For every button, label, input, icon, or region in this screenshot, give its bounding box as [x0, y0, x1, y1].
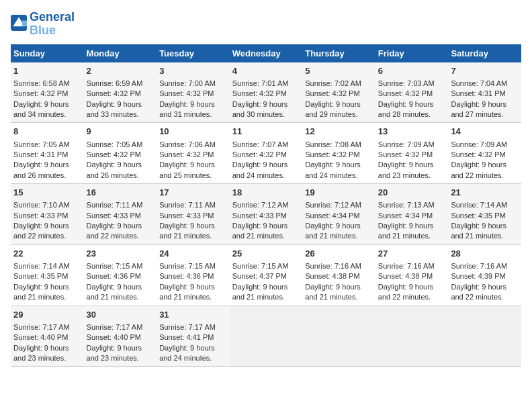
calendar-week-row: 22 Sunrise: 7:14 AM Sunset: 4:35 PM Dayl…	[11, 244, 521, 306]
daylight-label: Daylight: 9 hours and 22 minutes.	[451, 283, 506, 301]
sunrise-label: Sunrise: 7:12 AM	[305, 201, 361, 209]
sunrise-label: Sunrise: 6:58 AM	[13, 79, 70, 87]
sunset-label: Sunset: 4:32 PM	[87, 89, 141, 97]
sunrise-label: Sunrise: 7:00 AM	[159, 79, 216, 87]
svg-marker-2	[22, 20, 27, 26]
day-number: 17	[159, 187, 227, 199]
day-number: 24	[159, 248, 227, 260]
calendar-cell: 17 Sunrise: 7:11 AM Sunset: 4:33 PM Dayl…	[157, 184, 230, 245]
weekday-header-monday: Monday	[84, 44, 157, 62]
daylight-label: Daylight: 9 hours and 23 minutes.	[87, 344, 142, 362]
sunrise-label: Sunrise: 7:09 AM	[378, 140, 435, 148]
daylight-label: Daylight: 9 hours and 21 minutes.	[305, 222, 361, 240]
sunset-label: Sunset: 4:34 PM	[378, 212, 433, 220]
sunrise-label: Sunrise: 7:16 AM	[305, 262, 361, 270]
day-number: 12	[305, 126, 373, 138]
sunrise-label: Sunrise: 7:03 AM	[378, 79, 435, 87]
daylight-label: Daylight: 9 hours and 21 minutes.	[159, 283, 215, 301]
sunrise-label: Sunrise: 6:59 AM	[87, 79, 143, 87]
calendar-cell: 8 Sunrise: 7:05 AM Sunset: 4:31 PM Dayli…	[11, 123, 84, 184]
calendar-cell: 5 Sunrise: 7:02 AM Sunset: 4:32 PM Dayli…	[302, 62, 375, 123]
weekday-header-sunday: Sunday	[11, 44, 84, 62]
sunset-label: Sunset: 4:31 PM	[451, 89, 505, 97]
sunrise-label: Sunrise: 7:05 AM	[87, 140, 143, 148]
sunset-label: Sunset: 4:38 PM	[305, 272, 359, 280]
calendar-cell: 30 Sunrise: 7:17 AM Sunset: 4:40 PM Dayl…	[84, 306, 157, 367]
daylight-label: Daylight: 9 hours and 28 minutes.	[378, 100, 434, 118]
daylight-label: Daylight: 9 hours and 22 minutes.	[451, 161, 506, 179]
weekday-header-row: SundayMondayTuesdayWednesdayThursdayFrid…	[11, 44, 521, 62]
day-number: 2	[87, 65, 154, 77]
calendar-cell: 18 Sunrise: 7:12 AM Sunset: 4:33 PM Dayl…	[230, 184, 303, 245]
daylight-label: Daylight: 9 hours and 21 minutes.	[159, 222, 215, 240]
day-number: 27	[378, 248, 446, 260]
calendar-cell: 31 Sunrise: 7:17 AM Sunset: 4:41 PM Dayl…	[157, 306, 230, 367]
sunset-label: Sunset: 4:39 PM	[451, 272, 505, 280]
daylight-label: Daylight: 9 hours and 24 minutes.	[232, 161, 288, 179]
sunrise-label: Sunrise: 7:04 AM	[451, 79, 507, 87]
sunset-label: Sunset: 4:32 PM	[451, 150, 505, 158]
sunset-label: Sunset: 4:38 PM	[378, 272, 433, 280]
sunset-label: Sunset: 4:33 PM	[87, 212, 141, 220]
day-number: 20	[378, 187, 446, 199]
sunrise-label: Sunrise: 7:16 AM	[451, 262, 507, 270]
sunset-label: Sunset: 4:40 PM	[87, 333, 141, 341]
calendar-week-row: 8 Sunrise: 7:05 AM Sunset: 4:31 PM Dayli…	[11, 123, 521, 184]
calendar-cell: 14 Sunrise: 7:09 AM Sunset: 4:32 PM Dayl…	[448, 123, 521, 184]
sunset-label: Sunset: 4:32 PM	[232, 150, 287, 158]
daylight-label: Daylight: 9 hours and 23 minutes.	[13, 344, 69, 362]
daylight-label: Daylight: 9 hours and 21 minutes.	[232, 222, 288, 240]
sunrise-label: Sunrise: 7:17 AM	[159, 323, 216, 331]
calendar-cell: 7 Sunrise: 7:04 AM Sunset: 4:31 PM Dayli…	[448, 62, 521, 123]
day-number: 25	[232, 248, 300, 260]
logo: General Blue	[11, 11, 75, 38]
calendar-cell: 6 Sunrise: 7:03 AM Sunset: 4:32 PM Dayli…	[375, 62, 449, 123]
sunrise-label: Sunrise: 7:05 AM	[13, 140, 70, 148]
daylight-label: Daylight: 9 hours and 22 minutes.	[378, 283, 434, 301]
day-number: 3	[159, 65, 227, 77]
calendar-cell: 9 Sunrise: 7:05 AM Sunset: 4:32 PM Dayli…	[84, 123, 157, 184]
sunset-label: Sunset: 4:32 PM	[305, 150, 359, 158]
day-number: 15	[13, 187, 81, 199]
sunrise-label: Sunrise: 7:15 AM	[159, 262, 216, 270]
daylight-label: Daylight: 9 hours and 24 minutes.	[305, 161, 361, 179]
calendar-cell: 4 Sunrise: 7:01 AM Sunset: 4:32 PM Dayli…	[230, 62, 303, 123]
sunrise-label: Sunrise: 7:10 AM	[13, 201, 70, 209]
day-number: 5	[305, 65, 373, 77]
day-number: 30	[87, 309, 154, 321]
daylight-label: Daylight: 9 hours and 26 minutes.	[13, 161, 69, 179]
calendar-cell: 16 Sunrise: 7:11 AM Sunset: 4:33 PM Dayl…	[84, 184, 157, 245]
calendar-cell: 26 Sunrise: 7:16 AM Sunset: 4:38 PM Dayl…	[302, 244, 375, 306]
sunset-label: Sunset: 4:33 PM	[159, 212, 214, 220]
sunset-label: Sunset: 4:41 PM	[159, 333, 214, 341]
calendar-cell: 11 Sunrise: 7:07 AM Sunset: 4:32 PM Dayl…	[230, 123, 303, 184]
sunrise-label: Sunrise: 7:17 AM	[13, 323, 70, 331]
logo-text: General Blue	[30, 11, 75, 38]
sunrise-label: Sunrise: 7:01 AM	[232, 79, 289, 87]
calendar-cell	[448, 306, 521, 367]
calendar-week-row: 1 Sunrise: 6:58 AM Sunset: 4:32 PM Dayli…	[11, 62, 521, 123]
sunset-label: Sunset: 4:32 PM	[305, 89, 359, 97]
sunrise-label: Sunrise: 7:02 AM	[305, 79, 361, 87]
calendar-cell: 1 Sunrise: 6:58 AM Sunset: 4:32 PM Dayli…	[11, 62, 84, 123]
day-number: 1	[13, 65, 81, 77]
calendar-cell: 28 Sunrise: 7:16 AM Sunset: 4:39 PM Dayl…	[448, 244, 521, 306]
day-number: 22	[13, 248, 81, 260]
sunset-label: Sunset: 4:33 PM	[232, 212, 287, 220]
logo-icon	[11, 15, 27, 31]
calendar-cell: 21 Sunrise: 7:14 AM Sunset: 4:35 PM Dayl…	[448, 184, 521, 245]
sunrise-label: Sunrise: 7:14 AM	[451, 201, 507, 209]
sunrise-label: Sunrise: 7:16 AM	[378, 262, 435, 270]
day-number: 23	[87, 248, 154, 260]
sunset-label: Sunset: 4:32 PM	[378, 89, 433, 97]
sunset-label: Sunset: 4:32 PM	[13, 89, 68, 97]
calendar-table: SundayMondayTuesdayWednesdayThursdayFrid…	[11, 44, 521, 367]
sunset-label: Sunset: 4:36 PM	[159, 272, 214, 280]
sunset-label: Sunset: 4:40 PM	[13, 333, 68, 341]
sunrise-label: Sunrise: 7:17 AM	[87, 323, 143, 331]
sunrise-label: Sunrise: 7:08 AM	[305, 140, 361, 148]
day-number: 31	[159, 309, 227, 321]
sunrise-label: Sunrise: 7:11 AM	[87, 201, 143, 209]
daylight-label: Daylight: 9 hours and 21 minutes.	[13, 283, 69, 301]
daylight-label: Daylight: 9 hours and 29 minutes.	[305, 100, 361, 118]
